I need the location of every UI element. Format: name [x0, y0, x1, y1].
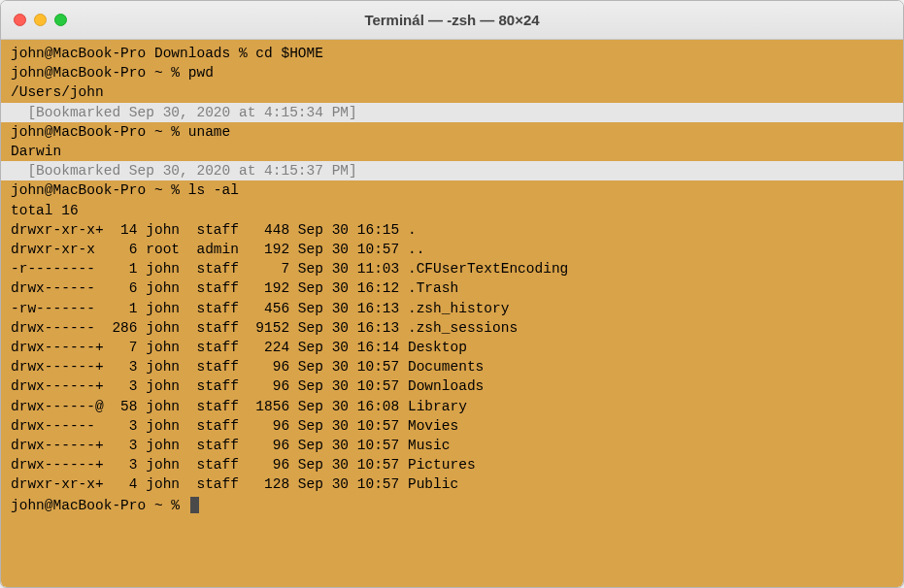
prompt-line: john@MacBook-Pro Downloads % cd $HOME — [11, 44, 893, 63]
shell-command: pwd — [188, 65, 214, 81]
shell-prompt: john@MacBook-Pro ~ % — [11, 65, 188, 81]
output-line: drwx------+ 7 john staff 224 Sep 30 16:1… — [11, 338, 893, 357]
bookmark-line: [Bookmarked Sep 30, 2020 at 4:15:37 PM] — [1, 161, 903, 180]
prompt-line: john@MacBook-Pro ~ % — [11, 495, 893, 515]
cursor — [190, 497, 199, 513]
prompt-line: john@MacBook-Pro ~ % ls -al — [11, 180, 893, 200]
terminal-window: Terminál — -zsh — 80×24 john@MacBook-Pro… — [0, 0, 904, 588]
output-line: drwx------ 6 john staff 192 Sep 30 16:12… — [11, 278, 893, 298]
shell-command: ls -al — [188, 182, 239, 198]
titlebar[interactable]: Terminál — -zsh — 80×24 — [1, 1, 903, 40]
shell-prompt: john@MacBook-Pro ~ % — [11, 498, 188, 513]
prompt-line: john@MacBook-Pro ~ % uname — [11, 122, 893, 142]
window-title: Terminál — -zsh — 80×24 — [1, 12, 903, 28]
shell-command: cd $HOME — [255, 46, 323, 61]
output-line: drwx------+ 3 john staff 96 Sep 30 10:57… — [11, 376, 893, 396]
output-line: drwxr-xr-x+ 14 john staff 448 Sep 30 16:… — [11, 220, 893, 240]
traffic-lights — [14, 14, 67, 26]
shell-prompt: john@MacBook-Pro ~ % — [11, 182, 188, 198]
output-line: drwx------+ 3 john staff 96 Sep 30 10:57… — [11, 357, 893, 376]
output-line: /Users/john — [11, 82, 893, 102]
terminal-body[interactable]: john@MacBook-Pro Downloads % cd $HOMEjoh… — [1, 40, 903, 587]
shell-command: uname — [188, 124, 231, 140]
output-line: drwx------ 286 john staff 9152 Sep 30 16… — [11, 318, 893, 338]
output-line: drwx------+ 3 john staff 96 Sep 30 10:57… — [11, 455, 893, 474]
shell-prompt: john@MacBook-Pro Downloads % — [11, 46, 255, 61]
zoom-button[interactable] — [54, 14, 67, 26]
output-line: -r-------- 1 john staff 7 Sep 30 11:03 .… — [11, 259, 893, 278]
prompt-line: john@MacBook-Pro ~ % pwd — [11, 63, 893, 82]
close-button[interactable] — [14, 14, 26, 26]
output-line: drwx------+ 3 john staff 96 Sep 30 10:57… — [11, 436, 893, 455]
output-line: drwx------@ 58 john staff 1856 Sep 30 16… — [11, 397, 893, 416]
output-line: drwxr-xr-x+ 4 john staff 128 Sep 30 10:5… — [11, 474, 893, 494]
output-line: drwx------ 3 john staff 96 Sep 30 10:57 … — [11, 416, 893, 436]
bookmark-line: [Bookmarked Sep 30, 2020 at 4:15:34 PM] — [1, 103, 903, 122]
output-line: drwxr-xr-x 6 root admin 192 Sep 30 10:57… — [11, 240, 893, 259]
minimize-button[interactable] — [34, 14, 47, 26]
output-line: Darwin — [11, 142, 893, 161]
output-line: total 16 — [11, 201, 893, 220]
output-line: -rw------- 1 john staff 456 Sep 30 16:13… — [11, 299, 893, 318]
shell-prompt: john@MacBook-Pro ~ % — [11, 124, 188, 140]
